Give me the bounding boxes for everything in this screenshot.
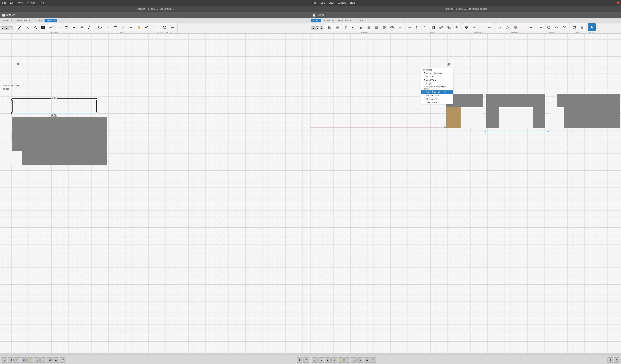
tab-surface-left[interactable]: SURFACE: [1, 19, 15, 22]
btn-combine[interactable]: [445, 23, 453, 31]
btn-arc[interactable]: [24, 23, 31, 31]
btn-scissors[interactable]: ✂: [55, 23, 62, 31]
bottom-extra2-left[interactable]: ▼: [303, 357, 309, 363]
btn-press-pull[interactable]: [406, 23, 414, 31]
bottom-fit-right[interactable]: ⊡: [331, 357, 337, 363]
menu-view-right[interactable]: View: [328, 1, 334, 5]
tree-item-units[interactable]: Units: in: [421, 75, 453, 78]
btn-angle[interactable]: [86, 23, 94, 31]
left-workspace[interactable]: living Hinges Shap... 0:1 0.84 0.84: [0, 34, 310, 353]
btn-line[interactable]: [16, 23, 23, 31]
right-nav-down[interactable]: ▼: [320, 26, 323, 30]
menu-edit-left[interactable]: Edit: [9, 1, 15, 5]
btn-lock[interactable]: 🔒: [135, 23, 143, 31]
tree-item-h-shape[interactable]: H-Shape:1: [421, 97, 453, 101]
bottom-extra2-right[interactable]: ▼: [614, 357, 620, 363]
btn-sweep[interactable]: [349, 23, 357, 31]
left-nav-forward[interactable]: ▶: [5, 26, 9, 30]
btn-shell[interactable]: [430, 23, 437, 31]
right-blue-endpoint-right[interactable]: [547, 130, 550, 133]
right-doc-tab[interactable]: 📄 Untitled*: [310, 12, 621, 18]
btn-extrude[interactable]: [334, 23, 341, 31]
btn-box[interactable]: [365, 23, 373, 31]
handle-tr[interactable]: [96, 99, 97, 100]
btn-torus[interactable]: [388, 23, 396, 31]
btn-include[interactable]: [63, 23, 70, 31]
bottom-extra-left[interactable]: ⊕: [297, 357, 303, 363]
btn-inspect3[interactable]: [553, 23, 560, 31]
tree-item-leaf-shape[interactable]: Leaf Shape:1: [421, 101, 453, 104]
close-btn-right[interactable]: ✕: [617, 1, 620, 4]
btn-joint[interactable]: [463, 23, 470, 31]
btn-measure[interactable]: [537, 23, 545, 31]
menu-file-right[interactable]: File: [312, 1, 317, 5]
btn-loft[interactable]: [357, 23, 365, 31]
btn-slash[interactable]: [120, 23, 127, 31]
btn-fx-right[interactable]: fx: [396, 23, 404, 31]
btn-equals[interactable]: =: [104, 23, 111, 31]
btn-fillet[interactable]: [414, 23, 421, 31]
bottom-extra-right[interactable]: ⊕: [607, 357, 613, 363]
right-scroll[interactable]: [310, 353, 621, 356]
bottom-camera-left[interactable]: 📷: [53, 357, 59, 363]
btn-rigid[interactable]: [470, 23, 478, 31]
left-viewport-dot[interactable]: [17, 63, 19, 65]
btn-motion[interactable]: [478, 23, 486, 31]
btn-zigzag[interactable]: [143, 23, 151, 31]
tree-item-long-rect[interactable]: Long Rectangle:1: [421, 90, 453, 94]
tab-sheet-metal-left[interactable]: SHEET METAL: [15, 19, 33, 22]
bottom-fit-left[interactable]: ⊡: [21, 357, 27, 363]
bottom-next-left[interactable]: ▶: [15, 357, 20, 363]
btn-chamfer[interactable]: [422, 23, 429, 31]
btn-constraint1[interactable]: [153, 23, 161, 31]
btn-revolve[interactable]: [342, 23, 349, 31]
btn-fx[interactable]: fx: [70, 23, 78, 31]
tab-sheet-metal-right[interactable]: SHEET METAL: [336, 19, 354, 22]
btn-construct-point[interactable]: [527, 23, 535, 31]
btn-contact[interactable]: [486, 23, 494, 31]
sketch-dim-box[interactable]: 0.84: [51, 114, 57, 117]
left-doc-tab[interactable]: 📄 Untitled*: [0, 12, 310, 18]
tab-surface-right[interactable]: SURFACE: [322, 19, 335, 22]
bottom-zoom-out-right[interactable]: 🔍: [351, 357, 357, 363]
bottom-home-left[interactable]: ⌂: [1, 357, 7, 363]
bottom-home-right[interactable]: ⌂: [312, 357, 318, 363]
tree-item-rect-living[interactable]: Rectangle w/ living Hinges Shap...: [421, 85, 453, 90]
btn-midplane[interactable]: [512, 23, 519, 31]
btn-triangle[interactable]: [31, 23, 39, 31]
bottom-zoom-in-right[interactable]: 🔍: [344, 357, 350, 363]
handle-tl[interactable]: [11, 99, 13, 100]
bottom-zoom-in-left[interactable]: 🔍: [34, 357, 40, 363]
btn-offset-plane[interactable]: [496, 23, 504, 31]
btn-inspect4[interactable]: [560, 23, 568, 31]
bottom-perspective-right[interactable]: ⬚: [370, 357, 376, 363]
tree-item-named-views[interactable]: Named Views: [421, 78, 453, 82]
btn-circle-mod[interactable]: [96, 23, 104, 31]
right-nav-forward[interactable]: ▶: [315, 26, 319, 30]
handle-bl[interactable]: [11, 112, 13, 114]
right-nav-back[interactable]: ◀: [311, 26, 315, 30]
bottom-display-left[interactable]: ▤: [47, 357, 52, 363]
handle-br[interactable]: [96, 112, 97, 114]
bottom-pan-right[interactable]: ✋: [338, 357, 344, 363]
tab-tools-left[interactable]: TOOLS: [33, 19, 44, 22]
bottom-pan-left[interactable]: ✋: [27, 357, 33, 363]
menu-window-right[interactable]: Window: [337, 1, 347, 5]
btn-angle-plane[interactable]: [504, 23, 511, 31]
tree-item-unsaved[interactable]: (unsaved): [421, 68, 453, 71]
bottom-prev-right[interactable]: ◀: [318, 357, 324, 363]
btn-construct-axis[interactable]: [519, 23, 527, 31]
right-origin-dot[interactable]: [444, 126, 446, 128]
btn-cross-x[interactable]: [127, 23, 135, 31]
btn-scale[interactable]: [437, 23, 445, 31]
left-nav-down[interactable]: ▼: [9, 26, 13, 30]
menu-edit-right[interactable]: Edit: [320, 1, 325, 5]
btn-spline[interactable]: [47, 23, 55, 31]
btn-move[interactable]: ✥: [453, 23, 460, 31]
btn-cylinder[interactable]: [373, 23, 380, 31]
right-viewport-dot[interactable]: [448, 63, 450, 65]
bottom-camera-right[interactable]: 📷: [364, 357, 369, 363]
bottom-prev-left[interactable]: ◀: [8, 357, 14, 363]
sketch-rect-outline[interactable]: [12, 100, 97, 113]
left-nav-back[interactable]: ◀: [1, 26, 5, 30]
